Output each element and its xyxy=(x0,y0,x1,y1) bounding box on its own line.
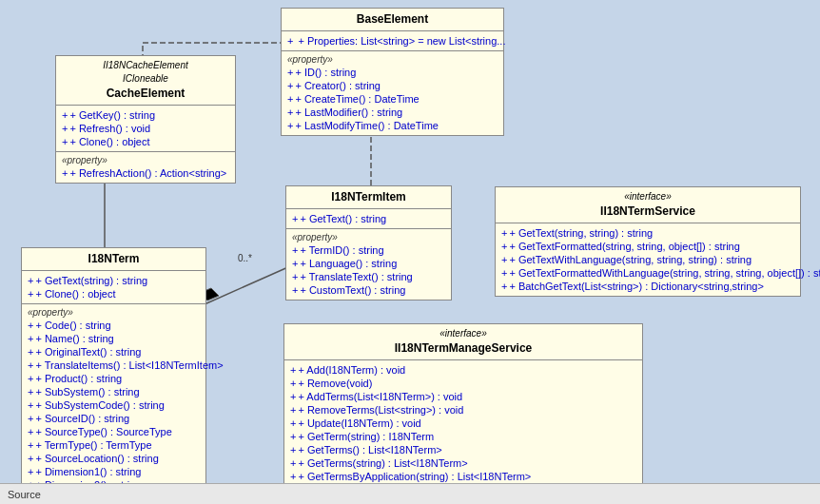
cache-element-header: II18NCacheElement ICloneable CacheElemen… xyxy=(56,56,235,106)
svg-text:0..*: 0..* xyxy=(238,253,252,263)
i18n-term-service-header: «interface» II18NTermService xyxy=(496,187,800,223)
cache-element-members: ++ GetKey() : string ++ Refresh() : void… xyxy=(56,106,235,152)
base-element-properties: «property» ++ ID() : string ++ Creator()… xyxy=(282,51,503,135)
bottom-bar: Source xyxy=(0,483,820,504)
i18n-term-members: ++ GetText(string) : string ++ Clone() :… xyxy=(22,271,205,304)
i18n-term-manage-service-box: «interface» II18NTermManageService ++ Ad… xyxy=(283,323,643,500)
i18n-term-box: I18NTerm ++ GetText(string) : string ++ … xyxy=(21,247,206,504)
base-element-name: BaseElement xyxy=(287,11,498,28)
base-element-members: + + Properties: List<string> = new List<… xyxy=(282,31,503,51)
base-element-header: BaseElement xyxy=(282,9,503,31)
cache-element-properties: «property» ++ RefreshAction() : Action<s… xyxy=(56,152,235,183)
i18n-term-item-properties: «property» ++ TermID() : string ++ Langu… xyxy=(286,229,451,300)
i18n-term-manage-service-header: «interface» II18NTermManageService xyxy=(284,324,642,360)
i18n-term-service-box: «interface» II18NTermService ++ GetText(… xyxy=(495,186,801,297)
i18n-term-header: I18NTerm xyxy=(22,248,205,271)
i18n-term-item-box: I18NTermItem ++ GetText() : string «prop… xyxy=(285,185,452,300)
svg-line-10 xyxy=(205,266,290,304)
base-element-box: BaseElement + + Properties: List<string>… xyxy=(281,8,504,136)
i18n-term-item-header: I18NTermItem xyxy=(286,186,451,209)
i18n-term-item-members: ++ GetText() : string xyxy=(286,209,451,229)
cache-element-box: II18NCacheElement ICloneable CacheElemen… xyxy=(55,55,236,184)
diagram-container: 0..* BaseElement + + Properties: List<st… xyxy=(0,0,820,504)
i18n-term-manage-service-members: ++ Add(I18NTerm) : void ++ Remove(void) … xyxy=(284,360,642,499)
source-label: Source xyxy=(8,489,41,500)
i18n-term-properties: «property» ++ Code() : string ++ Name() … xyxy=(22,304,205,504)
i18n-term-service-members: ++ GetText(string, string) : string ++ G… xyxy=(496,223,800,296)
